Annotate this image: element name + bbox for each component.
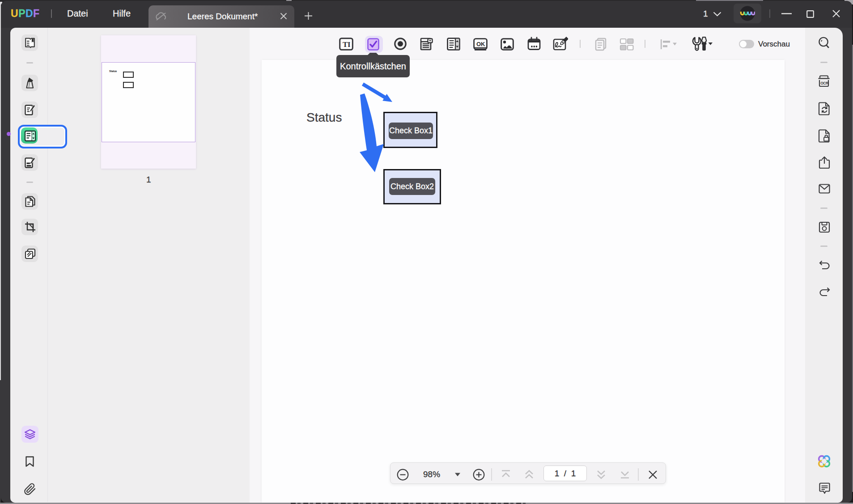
svg-text:I: I [348,40,351,49]
svg-text:OCR: OCR [820,81,828,85]
svg-text:OK: OK [476,41,485,47]
